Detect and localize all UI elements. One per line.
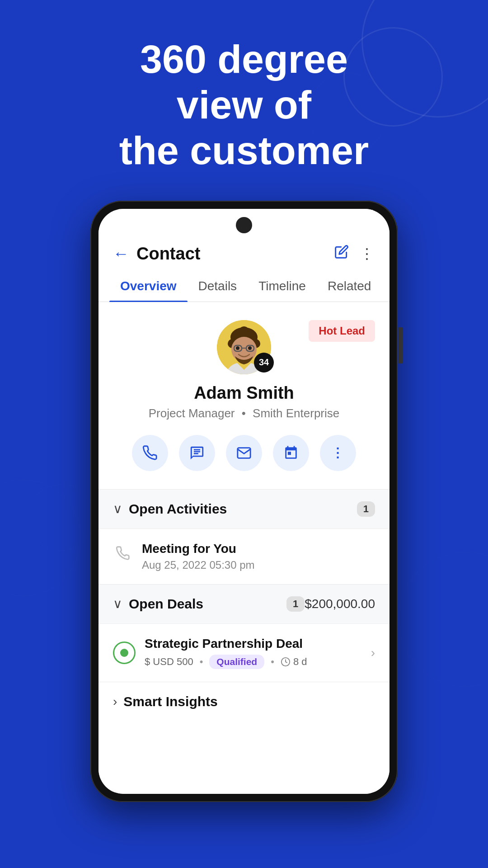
age-badge: 34 bbox=[254, 353, 274, 373]
message-button[interactable] bbox=[179, 435, 215, 471]
deal-item[interactable]: Strategic Partnership Deal $ USD 500 • Q… bbox=[99, 623, 389, 682]
deal-title: Strategic Partnership Deal bbox=[145, 637, 362, 651]
hot-lead-badge: Hot Lead bbox=[309, 320, 375, 342]
activity-item: Meeting for You Aug 25, 2022 05:30 pm bbox=[99, 528, 389, 584]
activities-count-badge: 1 bbox=[357, 501, 375, 517]
smart-insights-title: Smart Insights bbox=[123, 694, 217, 709]
activities-section-title: Open Activities bbox=[129, 501, 352, 517]
activity-title: Meeting for You bbox=[142, 542, 255, 556]
deals-count-badge: 1 bbox=[286, 596, 305, 612]
tab-timeline[interactable]: Timeline bbox=[248, 271, 317, 302]
profile-section: Hot Lead bbox=[99, 302, 389, 489]
more-options-button[interactable]: ⋮ bbox=[360, 245, 375, 262]
deals-chevron-icon: ∨ bbox=[113, 596, 122, 611]
deals-section-title: Open Deals bbox=[129, 596, 281, 612]
tab-details[interactable]: Details bbox=[188, 271, 248, 302]
edit-button[interactable] bbox=[334, 245, 349, 263]
email-button[interactable] bbox=[226, 435, 262, 471]
deal-dot bbox=[120, 649, 128, 657]
phone-frame: ← Contact ⋮ Ove bbox=[90, 201, 398, 802]
activity-info: Meeting for You Aug 25, 2022 05:30 pm bbox=[142, 542, 255, 571]
camera-dot bbox=[236, 217, 252, 233]
activities-chevron-icon: ∨ bbox=[113, 501, 122, 516]
smart-insights-expand-icon: › bbox=[113, 694, 117, 709]
deal-chevron-icon: › bbox=[371, 646, 375, 660]
deal-status-badge: Qualified bbox=[209, 655, 264, 669]
deal-days: 8 d bbox=[281, 656, 307, 668]
back-button[interactable]: ← bbox=[113, 244, 129, 263]
open-activities-header[interactable]: ∨ Open Activities 1 bbox=[99, 490, 389, 528]
tab-overview[interactable]: Overview bbox=[109, 271, 188, 302]
app-header: ← Contact ⋮ bbox=[99, 233, 389, 271]
open-activities-section: ∨ Open Activities 1 Meeting for You Aug bbox=[99, 489, 389, 584]
deal-info: Strategic Partnership Deal $ USD 500 • Q… bbox=[145, 637, 362, 669]
phone-notch bbox=[99, 209, 389, 233]
phone-side-button bbox=[399, 327, 403, 363]
more-actions-button[interactable]: ⋮ bbox=[320, 435, 356, 471]
page-title: Contact bbox=[136, 244, 334, 264]
action-buttons: ⋮ bbox=[132, 435, 356, 471]
deal-separator1: • bbox=[200, 656, 203, 668]
svg-point-7 bbox=[231, 337, 257, 362]
deal-currency: $ USD 500 bbox=[145, 656, 193, 668]
activity-time: Aug 25, 2022 05:30 pm bbox=[142, 559, 255, 571]
tab-related[interactable]: Related bbox=[317, 271, 382, 302]
deal-meta: $ USD 500 • Qualified • 8 d bbox=[145, 655, 362, 669]
hero-line1: 360 degree bbox=[140, 37, 348, 81]
contact-name: Adam Smith bbox=[194, 383, 294, 403]
call-button[interactable] bbox=[132, 435, 168, 471]
open-deals-section: ∨ Open Deals 1 $200,000.00 Strategic Par… bbox=[99, 584, 389, 682]
tab-bar: Overview Details Timeline Related bbox=[99, 271, 389, 302]
open-deals-header[interactable]: ∨ Open Deals 1 $200,000.00 bbox=[99, 585, 389, 623]
app-content: ← Contact ⋮ Ove bbox=[99, 233, 389, 776]
svg-point-11 bbox=[236, 346, 239, 350]
svg-point-12 bbox=[248, 346, 252, 350]
phone-screen: ← Contact ⋮ Ove bbox=[99, 209, 389, 794]
deal-status-icon bbox=[113, 642, 136, 664]
contact-role: Project Manager • Smith Enterprise bbox=[149, 406, 340, 420]
deals-total-amount: $200,000.00 bbox=[305, 597, 375, 611]
calendar-button[interactable] bbox=[273, 435, 309, 471]
hero-line3: the customer bbox=[119, 128, 369, 173]
smart-insights-section[interactable]: › Smart Insights bbox=[99, 682, 389, 721]
phone-mockup: ← Contact ⋮ Ove bbox=[0, 201, 488, 802]
phone-bottom bbox=[99, 776, 389, 794]
header-actions: ⋮ bbox=[334, 245, 375, 263]
hero-line2: view of bbox=[177, 82, 311, 127]
activity-phone-icon bbox=[113, 543, 133, 563]
hero-section: 360 degree view of the customer bbox=[0, 0, 488, 201]
avatar-wrapper: 34 bbox=[217, 320, 271, 374]
deal-separator2: • bbox=[271, 656, 274, 668]
